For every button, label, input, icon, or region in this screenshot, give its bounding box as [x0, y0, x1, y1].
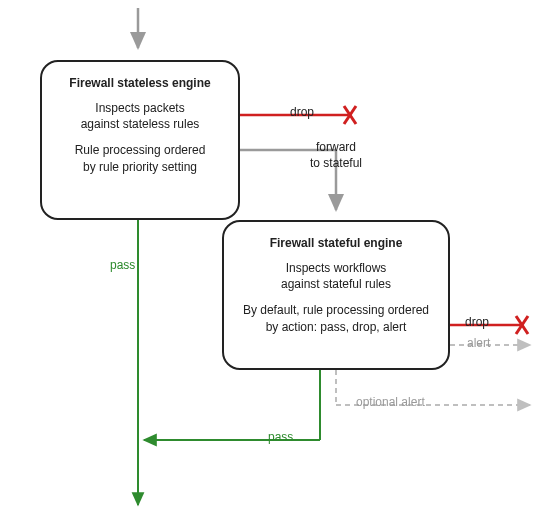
pass-label-2: pass — [268, 430, 293, 446]
stateful-title: Firewall stateful engine — [234, 236, 438, 250]
stateless-desc-2: Rule processing ordered by rule priority… — [52, 142, 228, 174]
stateful-engine-box: Firewall stateful engine Inspects workfl… — [222, 220, 450, 370]
pass-label-1: pass — [110, 258, 135, 274]
stateless-title: Firewall stateless engine — [52, 76, 228, 90]
stateless-engine-box: Firewall stateless engine Inspects packe… — [40, 60, 240, 220]
stateful-desc-1: Inspects workflows against stateful rule… — [234, 260, 438, 292]
drop-label-2: drop — [465, 315, 489, 331]
drop-label-1: drop — [290, 105, 314, 121]
alert-label: alert — [467, 336, 490, 352]
forward-label: forward to stateful — [300, 140, 372, 171]
optional-alert-label: optional alert — [356, 395, 425, 411]
diagram-stage: Firewall stateless engine Inspects packe… — [0, 0, 544, 520]
stateless-desc-1: Inspects packets against stateless rules — [52, 100, 228, 132]
stateful-desc-2: By default, rule processing ordered by a… — [234, 302, 438, 334]
